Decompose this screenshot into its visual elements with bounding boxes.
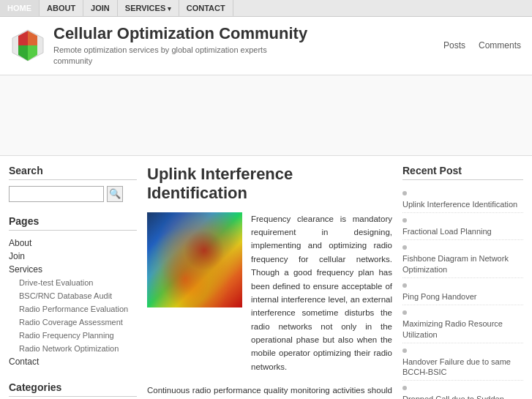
recent-post-4[interactable]: Ping Pong Handover xyxy=(402,290,523,303)
list-item: Drive-test Evaluation xyxy=(9,276,137,289)
recent-posts-widget: Recent Post Uplink Interference Identifi… xyxy=(402,165,523,399)
recent-post-2[interactable]: Fractional Load Planning xyxy=(402,225,523,238)
recent-post-7[interactable]: Dropped Call due to Sudden Drop xyxy=(402,392,523,399)
comments-link[interactable]: Comments xyxy=(479,40,521,51)
page-join[interactable]: Join xyxy=(9,251,25,261)
list-item: Handover Failure due to same BCCH-BSIC xyxy=(402,343,523,381)
list-item: Contact xyxy=(9,355,137,368)
banner-area xyxy=(0,75,532,156)
recent-post-5[interactable]: Maximizing Radio Resource Utilization xyxy=(402,317,523,341)
site-info: Cellular Optimization Community Remote o… xyxy=(53,24,307,67)
posts-link[interactable]: Posts xyxy=(443,40,465,51)
recent-post-3[interactable]: Fishbone Diagram in Network Optimization xyxy=(402,252,523,276)
page-radio-network[interactable]: Radio Network Optimization xyxy=(19,344,119,353)
list-item: About xyxy=(9,236,137,250)
heatmap-image xyxy=(147,212,242,307)
post-image xyxy=(147,212,242,307)
list-item: Maximizing Radio Resource Utilization xyxy=(402,305,523,343)
list-item: Radio Coverage Assessment xyxy=(9,316,137,329)
page-services[interactable]: Services xyxy=(9,264,42,275)
page-drive-test[interactable]: Drive-test Evaluation xyxy=(19,278,94,287)
recent-posts-title: Recent Post xyxy=(402,165,523,180)
post-paragraph-2: Continuous radio performance quality mon… xyxy=(147,384,392,399)
site-title: Cellular Optimization Community xyxy=(53,24,307,43)
header-links: Posts Comments xyxy=(443,40,521,51)
page-radio-freq[interactable]: Radio Frequency Planning xyxy=(19,331,114,340)
list-item: Dropped Call due to Sudden Drop xyxy=(402,381,523,399)
pages-title: Pages xyxy=(9,215,137,231)
categories-widget: Categories Database Audit Drive Test xyxy=(9,381,137,399)
page-radio-coverage[interactable]: Radio Coverage Assessment xyxy=(19,318,123,327)
recent-post-1[interactable]: Uplink Interference Identification xyxy=(402,198,523,211)
search-input[interactable] xyxy=(9,186,104,202)
list-item: Services xyxy=(9,263,137,276)
recent-posts-list: Uplink Interference Identification Fract… xyxy=(402,186,523,399)
pages-list: About Join Services Drive-test Evaluatio… xyxy=(9,236,137,368)
categories-title: Categories xyxy=(9,381,137,397)
list-item: Radio Performance Evaluation xyxy=(9,302,137,316)
header-left: Cellular Optimization Community Remote o… xyxy=(11,24,307,67)
page-contact[interactable]: Contact xyxy=(9,357,39,367)
list-item: BSC/RNC Database Audit xyxy=(9,289,137,302)
nav-home[interactable]: HOME xyxy=(0,0,40,16)
post-body: Frequency clearance is mandatory require… xyxy=(147,212,392,374)
sidebar-right: Recent Post Uplink Interference Identifi… xyxy=(402,165,523,399)
search-box: 🔍 xyxy=(9,186,137,202)
post-title: Uplink Interference Identification xyxy=(147,165,392,204)
page-bsc-rnc[interactable]: BSC/RNC Database Audit xyxy=(19,291,112,300)
list-item: Fractional Load Planning xyxy=(402,213,523,240)
main-content: Search 🔍 Pages About Join Services Drive… xyxy=(0,156,532,399)
search-title: Search xyxy=(9,165,137,180)
nav-contact[interactable]: CONTACT xyxy=(179,0,233,16)
list-item: Uplink Interference Identification xyxy=(402,186,523,213)
page-about[interactable]: About xyxy=(9,238,31,248)
search-widget: Search 🔍 xyxy=(9,165,137,202)
site-logo xyxy=(11,29,45,62)
site-header: Cellular Optimization Community Remote o… xyxy=(0,17,532,75)
heatmap-overlay xyxy=(147,212,242,307)
pages-widget: Pages About Join Services Drive-test Eva… xyxy=(9,215,137,368)
navigation: HOME ABOUT JOIN SERVICES CONTACT xyxy=(0,0,532,17)
site-tagline: Remote optimization services by global o… xyxy=(53,45,307,67)
nav-join[interactable]: JOIN xyxy=(83,0,118,16)
search-button[interactable]: 🔍 xyxy=(107,186,123,202)
page-radio-perf[interactable]: Radio Performance Evaluation xyxy=(19,305,128,313)
post-content: Uplink Interference Identification Frequ… xyxy=(147,165,392,399)
post-paragraph-1: Frequency clearance is mandatory require… xyxy=(251,212,392,374)
sidebar-left: Search 🔍 Pages About Join Services Drive… xyxy=(9,165,137,399)
nav-about[interactable]: ABOUT xyxy=(40,0,83,16)
nav-services[interactable]: SERVICES xyxy=(118,0,179,16)
list-item: Ping Pong Handover xyxy=(402,278,523,305)
list-item: Fishbone Diagram in Network Optimization xyxy=(402,240,523,278)
list-item: Radio Network Optimization xyxy=(9,342,137,355)
search-icon: 🔍 xyxy=(109,188,121,199)
recent-post-6[interactable]: Handover Failure due to same BCCH-BSIC xyxy=(402,355,523,379)
list-item: Join xyxy=(9,250,137,263)
list-item: Radio Frequency Planning xyxy=(9,329,137,342)
